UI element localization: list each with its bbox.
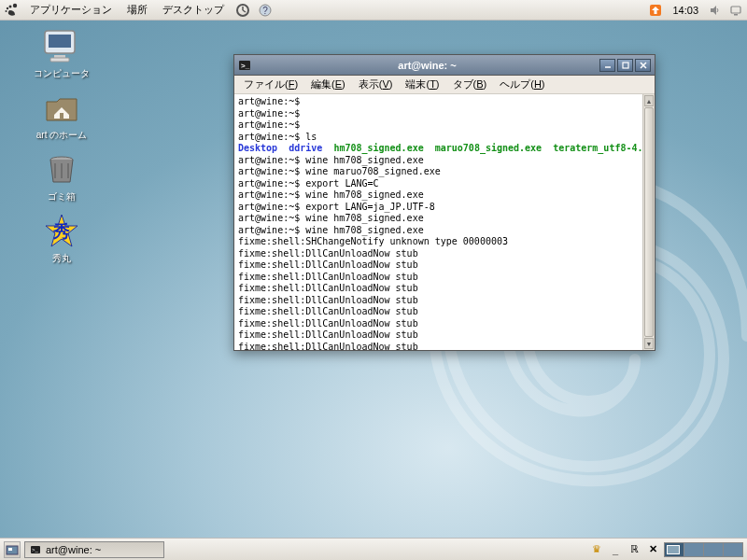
notification-area: ♛ _ ℝ ✕ [589, 542, 660, 557]
home-folder-icon[interactable]: art のホーム [28, 90, 95, 142]
top-panel-left: アプリケーション 場所 デスクトップ ? [4, 1, 273, 19]
terminal-icon: >_ [29, 543, 42, 556]
svg-text:>_: >_ [241, 62, 250, 70]
maximize-button[interactable] [617, 59, 633, 72]
volume-icon[interactable] [708, 3, 723, 18]
desktop-icons: コンピュータ art のホーム ゴミ箱 秀 秀丸 [28, 28, 95, 265]
workspace-1[interactable] [665, 543, 684, 556]
gnome-foot-icon[interactable] [4, 3, 19, 18]
system-monitor-icon[interactable] [235, 3, 250, 18]
terminal-icon: >_ [238, 59, 251, 72]
svg-point-0 [13, 3, 17, 7]
clock[interactable]: 14:03 [669, 5, 702, 16]
close-session-icon[interactable]: ✕ [645, 542, 660, 557]
apps-menu[interactable]: アプリケーション [26, 1, 116, 19]
monitor-icon [41, 28, 82, 65]
taskbar-terminal[interactable]: >_ art@wine: ~ [24, 541, 164, 558]
icon-label: 秀丸 [28, 252, 95, 265]
workspace-3[interactable] [704, 543, 723, 556]
icon-label: art のホーム [28, 129, 95, 142]
mail-icon[interactable]: ℝ [627, 542, 641, 557]
scrollbar-thumb[interactable] [644, 107, 654, 337]
folder-home-icon [41, 90, 82, 127]
help-icon[interactable]: ? [258, 3, 273, 18]
svg-point-1 [9, 5, 12, 7]
menu-file[interactable]: ファイル(F) [238, 76, 303, 93]
wastebasket-icon [41, 151, 82, 189]
places-menu[interactable]: 場所 [123, 1, 151, 19]
scroll-up-button[interactable]: ▲ [644, 95, 654, 106]
window-title: art@wine: ~ [255, 60, 599, 71]
minimize-button[interactable] [599, 59, 615, 72]
computer-icon[interactable]: コンピュータ [28, 28, 95, 80]
screen-icon[interactable] [728, 3, 743, 18]
show-desktop-button[interactable] [4, 541, 21, 558]
titlebar[interactable]: >_ art@wine: ~ [234, 55, 655, 76]
svg-text:秀: 秀 [52, 222, 70, 241]
crown-icon[interactable]: ♛ [589, 542, 604, 557]
workspace-switcher[interactable] [664, 542, 743, 557]
menu-help[interactable]: ヘルプ(H) [494, 76, 550, 93]
top-panel: アプリケーション 場所 デスクトップ ? 14:03 [0, 0, 747, 21]
svg-point-3 [6, 10, 7, 12]
minimize-all-icon[interactable]: _ [608, 542, 623, 557]
scrollbar[interactable]: ▲ ▼ [642, 94, 655, 350]
menu-edit[interactable]: 編集(E) [305, 76, 351, 93]
svg-rect-15 [50, 58, 69, 62]
icon-label: コンピュータ [28, 67, 95, 80]
workspace-2[interactable] [684, 543, 703, 556]
svg-rect-10 [731, 7, 740, 13]
workspace-4[interactable] [724, 543, 742, 556]
icon-label: ゴミ箱 [28, 190, 95, 203]
scroll-down-button[interactable]: ▼ [644, 338, 654, 349]
close-button[interactable] [635, 59, 651, 72]
trash-icon[interactable]: ゴミ箱 [28, 151, 95, 203]
svg-point-2 [7, 7, 8, 8]
menubar: ファイル(F) 編集(E) 表示(V) 端末(T) タブ(B) ヘルプ(H) [234, 76, 655, 94]
svg-rect-13 [49, 35, 71, 48]
update-notifier-icon[interactable] [648, 3, 663, 18]
terminal-output: art@wine:~$ art@wine:~$ art@wine:~$ art@… [234, 94, 655, 350]
svg-rect-23 [623, 63, 628, 68]
terminal-body[interactable]: art@wine:~$ art@wine:~$ art@wine:~$ art@… [234, 94, 655, 350]
taskbar-label: art@wine: ~ [46, 544, 101, 555]
hidemaru-app-icon: 秀 [41, 213, 82, 250]
menu-terminal[interactable]: 端末(T) [400, 76, 444, 93]
svg-rect-27 [8, 548, 12, 551]
svg-text:>_: >_ [32, 547, 39, 553]
top-panel-right: 14:03 [648, 3, 743, 18]
desktop-menu[interactable]: デスクトップ [159, 1, 228, 19]
svg-rect-11 [734, 14, 738, 16]
bottom-panel: >_ art@wine: ~ ♛ _ ℝ ✕ [0, 538, 747, 560]
hidemaru-icon[interactable]: 秀 秀丸 [28, 213, 95, 265]
menu-tabs[interactable]: タブ(B) [447, 76, 493, 93]
svg-marker-9 [711, 6, 716, 15]
svg-rect-16 [60, 113, 63, 119]
menu-view[interactable]: 表示(V) [353, 76, 399, 93]
terminal-window[interactable]: >_ art@wine: ~ ファイル(F) 編集(E) 表示(V) 端末(T)… [233, 54, 655, 351]
svg-text:?: ? [262, 6, 268, 16]
